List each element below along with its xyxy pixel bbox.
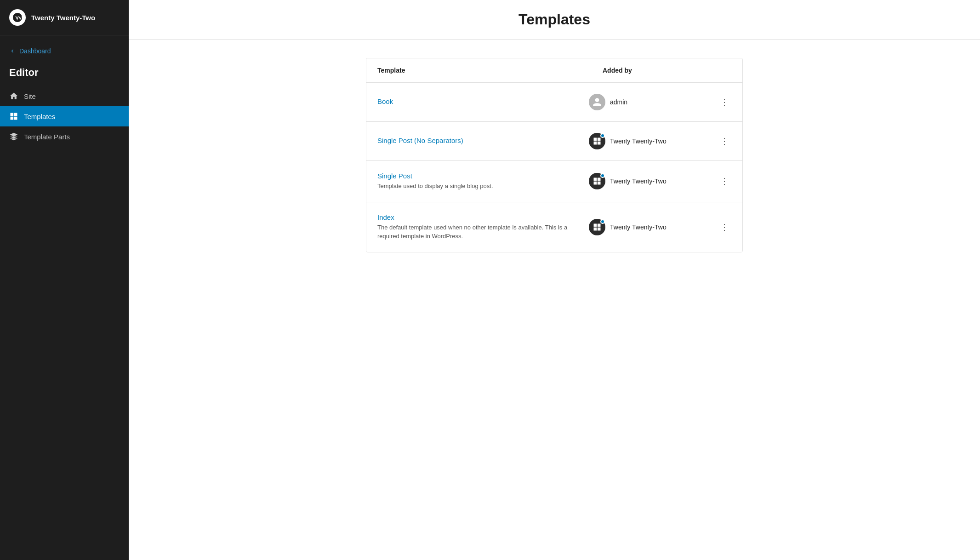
templates-table: Template Added by Book admin ⋮ bbox=[366, 58, 743, 252]
template-parts-icon bbox=[9, 132, 18, 141]
author-name-book: admin bbox=[610, 98, 718, 106]
sidebar-item-templates[interactable]: Templates bbox=[0, 106, 129, 126]
row-actions-single-post-no-sep[interactable]: ⋮ bbox=[718, 134, 731, 148]
template-name-single-post-no-sep[interactable]: Single Post (No Separators) bbox=[377, 137, 589, 144]
sidebar-header: Twenty Twenty-Two bbox=[0, 0, 129, 35]
template-name-single-post[interactable]: Single Post bbox=[377, 172, 589, 180]
theme-avatar bbox=[589, 133, 605, 149]
theme-dot bbox=[600, 173, 605, 178]
row-added-by-col: Twenty Twenty-Two bbox=[589, 173, 718, 189]
sidebar-item-template-parts[interactable]: Template Parts bbox=[0, 126, 129, 147]
page-title: Templates bbox=[147, 11, 962, 28]
dashboard-link[interactable]: Dashboard bbox=[0, 43, 129, 59]
author-name-single-post-no-sep: Twenty Twenty-Two bbox=[610, 137, 718, 145]
theme-icon bbox=[593, 223, 602, 232]
row-template-col: Index The default template used when no … bbox=[377, 213, 589, 241]
row-template-col: Book bbox=[377, 97, 589, 107]
main-content-area: Templates Template Added by Book admin bbox=[129, 0, 980, 560]
template-name-book[interactable]: Book bbox=[377, 97, 589, 105]
template-name-index[interactable]: Index bbox=[377, 213, 589, 221]
row-actions-book[interactable]: ⋮ bbox=[718, 95, 731, 109]
wp-logo bbox=[9, 9, 26, 26]
theme-icon bbox=[593, 137, 602, 146]
house-icon bbox=[9, 91, 18, 101]
templates-icon bbox=[9, 112, 18, 121]
row-actions-index[interactable]: ⋮ bbox=[718, 220, 731, 234]
sidebar-item-templates-label: Templates bbox=[24, 113, 55, 120]
templates-content: Template Added by Book admin ⋮ bbox=[348, 40, 761, 271]
chevron-left-icon bbox=[9, 48, 16, 54]
col-header-added-by: Added by bbox=[603, 67, 731, 74]
row-template-col: Single Post (No Separators) bbox=[377, 137, 589, 146]
table-header: Template Added by bbox=[366, 58, 742, 83]
template-desc-index: The default template used when no other … bbox=[377, 224, 567, 240]
template-desc-single-post: Template used to display a single blog p… bbox=[377, 183, 493, 189]
row-added-by-col: Twenty Twenty-Two bbox=[589, 219, 718, 235]
editor-label: Editor bbox=[0, 67, 129, 86]
sidebar-nav: Dashboard Editor Site Templates Template… bbox=[0, 35, 129, 560]
row-actions-single-post[interactable]: ⋮ bbox=[718, 174, 731, 188]
theme-icon bbox=[593, 177, 602, 186]
sidebar-item-template-parts-label: Template Parts bbox=[24, 133, 70, 141]
main-header: Templates bbox=[129, 0, 980, 40]
site-title: Twenty Twenty-Two bbox=[31, 14, 95, 22]
author-name-single-post: Twenty Twenty-Two bbox=[610, 177, 718, 185]
row-added-by-col: admin bbox=[589, 94, 718, 110]
table-row: Book admin ⋮ bbox=[366, 83, 742, 122]
avatar bbox=[589, 94, 605, 110]
row-template-col: Single Post Template used to display a s… bbox=[377, 172, 589, 191]
sidebar: Twenty Twenty-Two Dashboard Editor Site … bbox=[0, 0, 129, 560]
col-header-template: Template bbox=[377, 67, 603, 74]
table-row: Single Post (No Separators) Twenty Twent… bbox=[366, 122, 742, 161]
row-added-by-col: Twenty Twenty-Two bbox=[589, 133, 718, 149]
sidebar-item-site[interactable]: Site bbox=[0, 86, 129, 106]
user-avatar-icon bbox=[592, 97, 602, 107]
author-name-index: Twenty Twenty-Two bbox=[610, 223, 718, 231]
table-row: Index The default template used when no … bbox=[366, 202, 742, 252]
theme-dot bbox=[600, 133, 605, 138]
theme-avatar bbox=[589, 219, 605, 235]
sidebar-item-site-label: Site bbox=[24, 92, 36, 100]
table-row: Single Post Template used to display a s… bbox=[366, 161, 742, 202]
theme-dot bbox=[600, 219, 605, 224]
theme-avatar bbox=[589, 173, 605, 189]
